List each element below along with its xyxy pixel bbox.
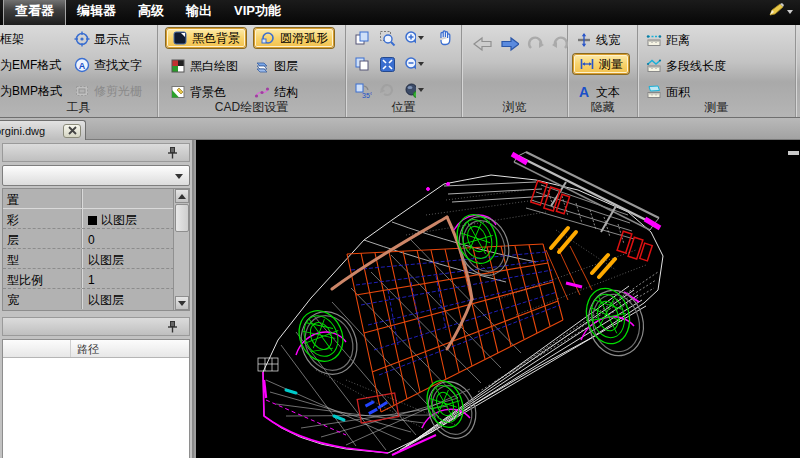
smooth-arcs-button[interactable]: 圆滑弧形 (254, 28, 334, 48)
smooth-arcs-icon (260, 30, 276, 46)
bw-drawing-icon (170, 58, 186, 74)
paths-list-body[interactable] (3, 358, 189, 458)
export-bmp-button[interactable]: 为BMP格式 (0, 81, 62, 101)
menubar: 查看器 编辑器 高级 输出 VIP功能 (0, 0, 800, 25)
group-label-cad-settings: CAD绘图设置 (158, 99, 345, 116)
menu-tab-vip[interactable]: VIP功能 (223, 0, 292, 25)
properties-scrollbar[interactable] (173, 189, 189, 310)
paths-header-row[interactable]: 路径 (3, 340, 189, 358)
forward-button[interactable] (499, 35, 519, 53)
color-swatch (88, 216, 97, 225)
zoom-out-dropdown-arrow[interactable] (418, 62, 424, 66)
app-window: 查看器 编辑器 高级 输出 VIP功能 框架 为EMF格式 为BMP格式 显示点… (0, 0, 800, 458)
zoom-in-button[interactable] (404, 29, 424, 47)
line-width-icon (576, 32, 592, 48)
paths-column-blank (3, 340, 71, 357)
triangle-up-icon (178, 194, 186, 199)
measure-toggle-button[interactable]: 测量 (573, 54, 629, 74)
find-text-icon: A (74, 57, 90, 73)
car-wireframe-drawing (196, 140, 800, 458)
menu-tab-viewer[interactable]: 查看器 (3, 0, 66, 25)
measure-icon (579, 56, 595, 72)
zoom-sphere-dropdown-arrow[interactable] (418, 88, 424, 92)
zoom-sphere-button[interactable] (404, 81, 424, 99)
paths-panel-titlebar (2, 317, 190, 336)
property-row[interactable]: 型 以图层 (3, 249, 189, 269)
scrollbar-thumb[interactable] (175, 204, 189, 232)
group-label-hide: 隐藏 (568, 99, 637, 116)
bw-drawing-button[interactable]: 黑白绘图 (170, 56, 238, 76)
pin-icon[interactable] (166, 146, 179, 164)
chevron-down-icon (787, 10, 793, 14)
export-emf-button[interactable]: 为EMF格式 (0, 55, 61, 75)
polyline-length-icon (646, 58, 662, 74)
undo-button (526, 35, 546, 53)
group-label-measure: 测量 (638, 99, 795, 116)
cad-canvas[interactable] (196, 140, 800, 458)
property-row[interactable]: 型比例 1 (3, 269, 189, 289)
chevron-down-icon (175, 174, 183, 179)
pencil-icon (767, 2, 785, 22)
svg-text:A: A (579, 84, 589, 100)
properties-sidebar: 置 彩 以图层 层 0 型 以图层 型比例 1 (0, 140, 194, 458)
selection-dropdown[interactable] (2, 165, 190, 186)
background-color-icon (170, 84, 186, 100)
find-text-button[interactable]: A 查找文字 (74, 55, 142, 75)
triangle-down-icon (178, 301, 186, 306)
show-points-icon (74, 31, 90, 47)
svg-text:A: A (79, 61, 86, 71)
line-width-button[interactable]: 线宽 (576, 30, 620, 50)
canvas-scrollbar-dash (788, 151, 799, 155)
area-icon (646, 84, 662, 100)
black-background-button[interactable]: 黑色背景 (166, 28, 246, 48)
group-label-browse: 浏览 (462, 99, 567, 116)
document-tabbar: orgini.dwg (0, 118, 800, 140)
scroll-up-button[interactable] (175, 189, 189, 203)
pan-hand-button[interactable] (436, 28, 456, 46)
back-button (472, 35, 492, 53)
rotate-35-button[interactable]: 35° (354, 81, 374, 99)
properties-panel-titlebar (2, 143, 190, 162)
property-row[interactable]: 层 0 (3, 229, 189, 249)
copy-view-button[interactable] (354, 55, 374, 73)
scroll-down-button[interactable] (175, 296, 189, 310)
ribbon-toolbar: 框架 为EMF格式 为BMP格式 显示点 A 查找文字 修剪光栅 工具 黑色背景 (0, 25, 800, 118)
menu-tab-editor[interactable]: 编辑器 (66, 0, 127, 25)
black-background-icon (172, 30, 188, 46)
text-icon: A (576, 84, 592, 100)
close-icon (68, 126, 77, 135)
ribbon-group-tools: 框架 为EMF格式 为BMP格式 显示点 A 查找文字 修剪光栅 工具 (0, 25, 158, 117)
menu-tab-advanced[interactable]: 高级 (127, 0, 175, 25)
zoom-in-dropdown-arrow[interactable] (418, 36, 424, 40)
menu-tab-output[interactable]: 输出 (175, 0, 223, 25)
property-row[interactable]: 彩 以图层 (3, 209, 189, 229)
paths-panel: 路径 (2, 339, 190, 458)
engine-cage-lines (347, 244, 592, 412)
rotate-pages-button[interactable] (354, 29, 374, 47)
group-label-position: 位置 (346, 99, 461, 116)
property-row[interactable]: 宽 以图层 (3, 289, 189, 309)
layers-icon (254, 58, 270, 74)
show-points-button[interactable]: 显示点 (74, 29, 130, 49)
rotate-view-button-disabled (379, 81, 399, 99)
trim-raster-icon (74, 83, 90, 99)
zoom-window-button[interactable] (379, 29, 399, 47)
pencil-edit-button[interactable] (767, 3, 797, 21)
polyline-length-button[interactable]: 多段线长度 (646, 56, 726, 76)
ribbon-group-measure: 距离 多段线长度 面积 测量 (638, 25, 796, 117)
document-tab-title: orgini.dwg (0, 125, 63, 137)
ribbon-group-hide: 线宽 测量 A 文本 隐藏 (568, 25, 638, 117)
zoom-out-button[interactable] (404, 55, 424, 73)
distance-button[interactable]: 距离 (646, 30, 690, 50)
pin-icon[interactable] (166, 320, 179, 338)
fit-window-button[interactable] (379, 55, 399, 73)
document-tab[interactable]: orgini.dwg (0, 120, 86, 140)
close-tab-button[interactable] (63, 124, 81, 138)
ribbon-group-browse: 浏览 (462, 25, 568, 117)
structure-icon (254, 84, 270, 100)
property-row[interactable]: 置 (3, 189, 189, 209)
distance-icon (646, 32, 662, 48)
frame-button[interactable]: 框架 (0, 29, 24, 49)
ribbon-group-position: 35° 位置 (346, 25, 462, 117)
layers-button[interactable]: 图层 (254, 56, 298, 76)
